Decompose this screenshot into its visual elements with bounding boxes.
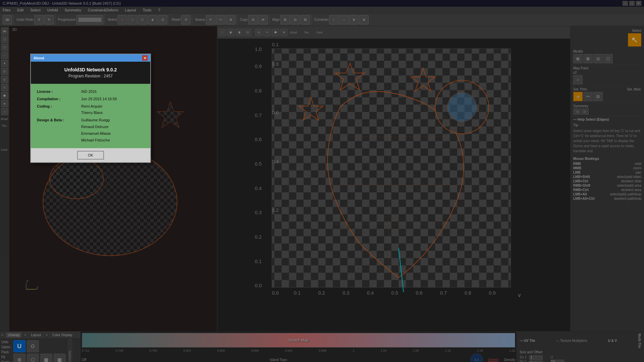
dialog-titlebar: About ✕ [31, 54, 150, 62]
license-label: License : [37, 88, 80, 95]
coding-label: Coding : [37, 103, 80, 117]
dialog-title: About [34, 56, 44, 60]
modal-overlay: About ✕ Unfold3D Network 9.0.2 Program R… [0, 0, 644, 362]
compilation-label: Compilation : [37, 96, 80, 103]
ok-button[interactable]: OK [77, 151, 104, 160]
dialog-body: License : iND 2016 Compilation : Jun 29 … [31, 84, 150, 148]
coding-values: Remi ArquierThierry Blanc [81, 103, 144, 117]
design-values: Guillaume RueggRenaud DelcuzeEmmanuel Al… [81, 117, 144, 143]
design-label: Design & Beta : [37, 117, 80, 143]
about-dialog: About ✕ Unfold3D Network 9.0.2 Program R… [30, 54, 151, 163]
revision-label: Program Revision : 2457 [36, 74, 145, 78]
dialog-header: Unfold3D Network 9.0.2 Program Revision … [31, 62, 150, 84]
license-value: iND 2016 [81, 88, 144, 95]
dialog-footer: OK [31, 148, 150, 162]
dialog-close-btn[interactable]: ✕ [142, 55, 148, 61]
app-name: Unfold3D Network 9.0.2 [36, 67, 145, 72]
compilation-value: Jun 29 2015 14:16:59 [81, 96, 144, 103]
